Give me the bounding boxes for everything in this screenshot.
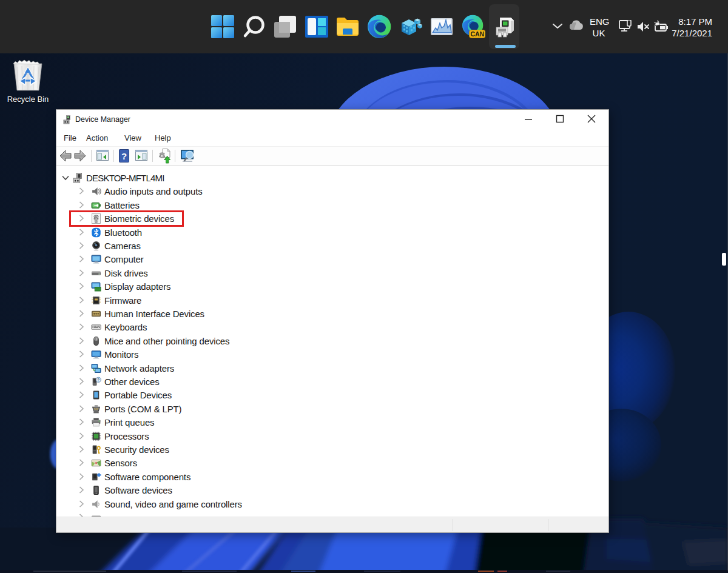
svg-text:?: ? [121, 151, 127, 161]
svg-text:?: ? [97, 378, 99, 382]
svg-text:CAN: CAN [470, 30, 484, 38]
